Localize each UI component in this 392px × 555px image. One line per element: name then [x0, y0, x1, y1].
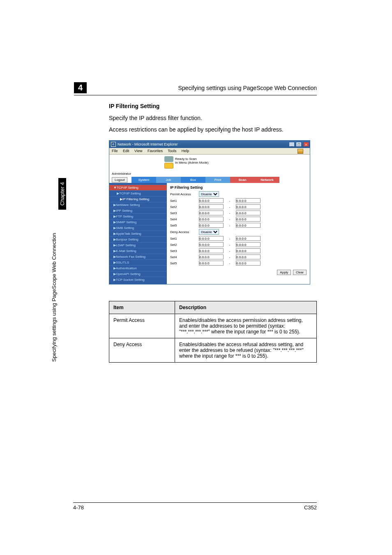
permit-set5-from[interactable]	[199, 223, 224, 228]
permit-access-label: Permit Access	[170, 192, 199, 196]
permit-set5-to[interactable]	[236, 223, 261, 228]
deny-set2-label: Set2	[170, 243, 199, 247]
windows-flag-icon	[297, 149, 303, 154]
deny-set5-from[interactable]	[199, 261, 224, 266]
th-description: Description	[175, 301, 317, 314]
tab-network[interactable]: Network	[255, 177, 279, 183]
sidebar-item-tcpip[interactable]: ▶TCP/IP Setting	[109, 190, 167, 196]
menu-file[interactable]: File	[112, 149, 118, 153]
screenshot-body: ▼TCP/IP Setting ▶TCP/IP Setting ▶IP Filt…	[109, 183, 310, 284]
sidebar-item-networkfax[interactable]: ▶Network Fax Setting	[109, 254, 167, 259]
menu-view[interactable]: View	[134, 149, 142, 153]
deny-set3-from[interactable]	[199, 248, 224, 253]
dash: -	[224, 199, 236, 203]
status-area: Ready to Scan In Menu (Admin Mode)	[109, 155, 310, 171]
deny-set3-to[interactable]	[236, 248, 261, 253]
admin-label: Administrator	[109, 171, 310, 177]
footer-model: C352	[304, 504, 317, 511]
clear-button[interactable]: Clear	[293, 270, 307, 275]
menu-favorites[interactable]: Favorites	[148, 149, 163, 153]
close-button[interactable]: ×	[303, 142, 309, 147]
deny-set2-to[interactable]	[236, 242, 261, 247]
logout-button[interactable]: Logout	[112, 177, 127, 183]
sidebar-item-tcpip-parent[interactable]: ▼TCP/IP Setting	[109, 185, 167, 190]
sidebar-item-ldap[interactable]: ▶LDAP Setting	[109, 242, 167, 248]
menu-edit[interactable]: Edit	[123, 149, 129, 153]
permit-set3-from[interactable]	[199, 210, 224, 215]
minimize-button[interactable]: _	[289, 142, 295, 147]
description-table: Item Description Permit Access Enables/d…	[109, 301, 317, 363]
tab-system[interactable]: System	[131, 177, 156, 183]
td-deny-desc: Enables/disables the access refusal addr…	[175, 338, 317, 363]
sidebar-item-ipfiltering[interactable]: ▶IP Filtering Setting	[109, 196, 167, 202]
status-line2: In Menu (Admin Mode)	[175, 161, 310, 164]
permit-set1-to[interactable]	[236, 198, 261, 203]
deny-set5-label: Set5	[170, 261, 199, 265]
permit-set1-from[interactable]	[199, 198, 224, 203]
chapter-number: 4	[74, 82, 87, 93]
sidebar-item-ssl[interactable]: ▶SSL/TLS	[109, 259, 167, 265]
menu-help[interactable]: Help	[182, 149, 189, 153]
deny-set4-to[interactable]	[236, 254, 261, 259]
th-item: Item	[109, 301, 175, 314]
deny-set1-from[interactable]	[199, 236, 224, 241]
browser-screenshot: e Network - Microsoft Internet Explorer …	[109, 140, 310, 284]
permit-set1-label: Set1	[170, 199, 199, 203]
sidebar-item-ipp[interactable]: ▶IPP Setting	[109, 208, 167, 213]
ie-icon: e	[111, 142, 116, 147]
window-buttons: _ □ ×	[288, 142, 309, 147]
tab-scan[interactable]: Scan	[230, 177, 255, 183]
side-vertical: Chapter 4 Specifying settings using Page…	[49, 173, 58, 460]
deny-set2-from[interactable]	[199, 242, 224, 247]
permit-set4-to[interactable]	[236, 217, 261, 222]
permit-access-select[interactable]: Disable	[199, 191, 219, 197]
sidebar-item-netware[interactable]: ▶NetWare Setting	[109, 202, 167, 208]
sidebar-item-tcpsocket[interactable]: ▶TCP Socket Setting	[109, 277, 167, 282]
sidebar-item-openapi[interactable]: ▶OpenAPI Setting	[109, 271, 167, 277]
td-deny-item: Deny Access	[109, 338, 175, 363]
permit-set3-label: Set3	[170, 211, 199, 215]
sidebar-item-smb[interactable]: ▶SMB Setting	[109, 225, 167, 231]
titlebar: e Network - Microsoft Internet Explorer …	[109, 141, 310, 148]
intro-paragraph-2: Access restrictions can be applied by sp…	[109, 126, 317, 134]
menubar: File Edit View Favorites Tools Help	[109, 148, 310, 155]
tab-job[interactable]: Job	[156, 177, 181, 183]
sidebar-item-bonjour[interactable]: ▶Bonjour Setting	[109, 236, 167, 242]
tab-print[interactable]: Print	[205, 177, 230, 183]
side-chapter-tag: Chapter 4	[58, 178, 66, 210]
side-rotated-title: Specifying settings using PageScope Web …	[51, 233, 57, 362]
deny-set3-label: Set3	[170, 249, 199, 253]
permit-set4-from[interactable]	[199, 217, 224, 222]
td-permit-item: Permit Access	[109, 314, 175, 338]
permit-set2-to[interactable]	[236, 204, 261, 209]
td-permit-desc: Enables/disables the access permission a…	[175, 314, 317, 338]
sidebar-item-auth[interactable]: ▶Authentication	[109, 265, 167, 271]
deny-set4-label: Set4	[170, 255, 199, 259]
footer-page: 4-78	[73, 504, 84, 511]
nav-tabs: System Job Box Print Scan Network	[131, 177, 310, 183]
permit-set2-label: Set2	[170, 205, 199, 209]
permit-set2-from[interactable]	[199, 204, 224, 209]
tab-box[interactable]: Box	[181, 177, 205, 183]
sidebar-item-appletalk[interactable]: ▶AppleTalk Setting	[109, 231, 167, 236]
permit-set3-to[interactable]	[236, 210, 261, 215]
scanner-icon	[164, 156, 173, 162]
menu-tools[interactable]: Tools	[168, 149, 176, 153]
sidebar: ▼TCP/IP Setting ▶TCP/IP Setting ▶IP Filt…	[109, 183, 167, 284]
intro-paragraph-1: Specify the IP address filter function.	[109, 114, 317, 123]
maximize-button[interactable]: □	[296, 142, 302, 147]
window-title: Network - Microsoft Internet Explorer	[118, 142, 178, 146]
form-title: IP Filtering Setting	[170, 185, 307, 190]
deny-set5-to[interactable]	[236, 261, 261, 266]
deny-set4-from[interactable]	[199, 254, 224, 259]
sidebar-item-ftp[interactable]: ▶FTP Setting	[109, 213, 167, 219]
status-line1: Ready to Scan	[175, 157, 310, 161]
admin-icon	[164, 163, 173, 169]
deny-access-select[interactable]: Disable	[199, 229, 219, 235]
sidebar-item-snmp[interactable]: ▶SNMP Setting	[109, 219, 167, 225]
section-heading: IP Filtering Setting	[109, 103, 317, 109]
apply-button[interactable]: Apply	[277, 270, 291, 275]
deny-set1-to[interactable]	[236, 236, 261, 241]
sidebar-item-email[interactable]: ▶E-Mail Setting	[109, 248, 167, 254]
chapter-title: Specifying settings using PageScope Web …	[97, 85, 317, 91]
